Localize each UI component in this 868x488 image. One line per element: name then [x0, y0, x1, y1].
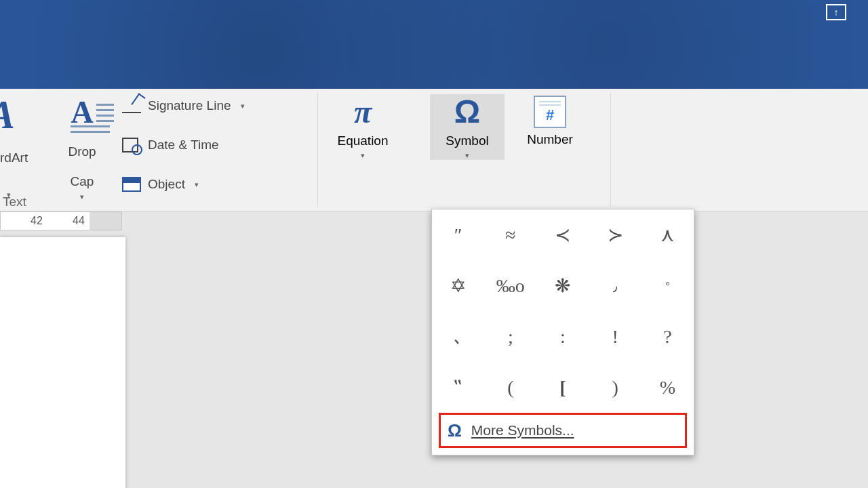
group-label-text: Text [3, 195, 26, 209]
object-icon [122, 177, 141, 192]
dropcap-button[interactable]: A Drop Cap ▾ [54, 94, 110, 201]
date-time-button[interactable]: Date & Time [122, 138, 219, 152]
omega-icon: Ω [448, 420, 462, 441]
number-icon: # [534, 96, 566, 128]
separator [317, 93, 318, 207]
more-symbols-label: More Symbols... [471, 422, 574, 439]
ruler-margin [90, 212, 121, 230]
signature-line-button[interactable]: Signature Line ▾ [122, 98, 245, 113]
symbol-button[interactable]: Ω Symbol ▾ [430, 94, 505, 160]
dropdown-caret-icon[interactable]: ▾ [54, 192, 110, 201]
separator [610, 93, 611, 207]
symbol-cell[interactable]: ≻ [589, 209, 642, 260]
dropcap-label-1: Drop [54, 144, 110, 160]
symbol-label: Symbol [430, 134, 505, 148]
symbol-cell[interactable]: ≈ [484, 209, 536, 260]
pi-icon: π [326, 94, 400, 129]
title-banner [0, 0, 868, 89]
symbol-cell[interactable]: ; [484, 311, 536, 362]
symbol-grid: ″ ≈ ≺ ≻ ⋏ ✡ ‰o ❋ ٫ ° ､ ; : ! ? ‟ ( [ ) % [432, 209, 694, 413]
dropdown-caret-icon[interactable]: ▾ [195, 180, 199, 189]
symbol-cell[interactable]: ､ [432, 311, 484, 362]
ruler[interactable]: 42 44 [0, 211, 122, 230]
symbol-cell[interactable]: ″ [432, 209, 484, 260]
equation-button[interactable]: π Equation ▾ [326, 94, 400, 160]
dropcap-label-2: Cap [54, 174, 110, 190]
presentation-icon[interactable] [826, 4, 846, 20]
dropcap-icon: A [71, 94, 93, 130]
symbol-cell[interactable]: ‟ [432, 362, 484, 413]
object-label: Object [148, 177, 185, 192]
more-symbols-button[interactable]: Ω More Symbols... [439, 413, 687, 448]
omega-icon: Ω [430, 94, 505, 129]
ribbon: A rdArt ▾ A Drop Cap ▾ Signature Line ▾ … [0, 89, 868, 211]
symbol-cell[interactable]: ) [589, 362, 642, 413]
wordart-icon: A [0, 92, 15, 138]
symbol-cell[interactable]: ✡ [432, 260, 484, 311]
signature-label: Signature Line [148, 98, 231, 113]
wordart-label: rdArt [0, 150, 28, 165]
symbol-cell[interactable]: ? [642, 311, 694, 362]
datetime-icon [122, 138, 141, 152]
symbol-cell[interactable]: ( [484, 362, 536, 413]
symbol-cell[interactable]: ⋏ [642, 209, 694, 260]
equation-label: Equation [326, 134, 400, 148]
symbol-cell[interactable]: ❋ [536, 260, 589, 311]
document-page[interactable] [0, 237, 125, 488]
number-label: Number [513, 132, 587, 147]
number-button[interactable]: # Number [513, 94, 587, 147]
symbol-cell[interactable]: ° [642, 260, 694, 311]
symbol-cell[interactable]: : [536, 311, 589, 362]
symbol-cell[interactable]: ! [589, 311, 642, 362]
symbol-cell[interactable]: % [642, 362, 694, 413]
ruler-tick: 44 [73, 215, 85, 227]
symbol-cell[interactable]: ‰o [484, 260, 536, 311]
signature-icon [122, 98, 141, 113]
symbol-cell[interactable]: ≺ [536, 209, 589, 260]
symbol-cell[interactable]: ٫ [589, 260, 642, 311]
symbol-cell[interactable]: [ [536, 362, 589, 413]
wordart-button[interactable]: rdArt [0, 150, 28, 166]
dropdown-caret-icon[interactable]: ▾ [326, 151, 400, 160]
ruler-tick: 42 [31, 215, 43, 227]
symbol-dropdown-panel: ″ ≈ ≺ ≻ ⋏ ✡ ‰o ❋ ٫ ° ､ ; : ! ? ‟ ( [ ) %… [431, 209, 694, 455]
datetime-label: Date & Time [148, 138, 219, 152]
dropdown-caret-icon[interactable]: ▾ [241, 102, 245, 110]
object-button[interactable]: Object ▾ [122, 177, 199, 192]
dropdown-caret-icon[interactable]: ▾ [430, 151, 505, 160]
